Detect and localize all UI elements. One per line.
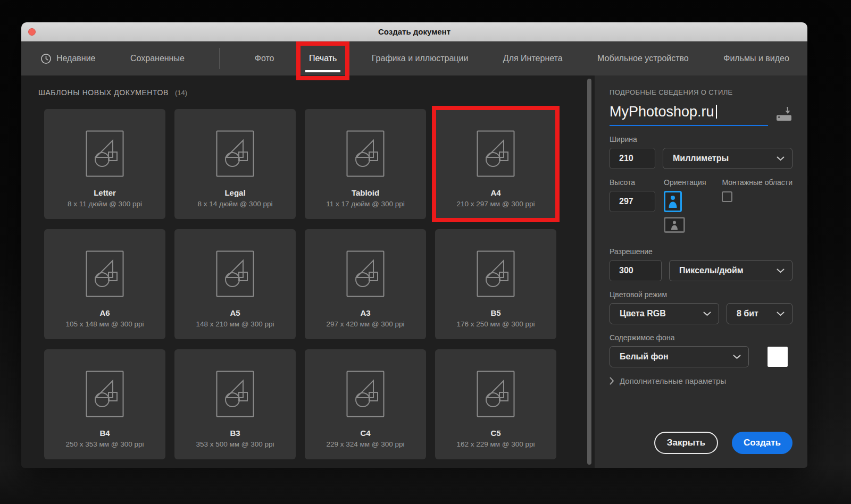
template-card-a4[interactable]: A4 210 x 297 мм @ 300 ppi bbox=[435, 109, 556, 219]
template-name: B4 bbox=[99, 429, 110, 438]
tab-label: Сохраненные bbox=[130, 54, 185, 63]
scrollbar-thumb[interactable] bbox=[587, 79, 591, 465]
height-label: Высота bbox=[610, 178, 655, 187]
template-card-c4[interactable]: C4 229 x 324 мм @ 300 ppi bbox=[305, 349, 426, 459]
template-card-a3[interactable]: A3 297 x 420 мм @ 300 ppi bbox=[305, 229, 426, 339]
chevron-down-icon bbox=[777, 312, 785, 316]
templates-header: ШАБЛОНЫ НОВЫХ ДОКУМЕНТОВ bbox=[38, 88, 169, 97]
color-mode-select[interactable]: Цвета RGB bbox=[610, 303, 719, 324]
template-size: 8 x 11 дюйм @ 300 ppi bbox=[68, 200, 142, 208]
landscape-person-icon bbox=[670, 220, 679, 230]
template-size: 176 x 250 мм @ 300 ppi bbox=[456, 320, 535, 328]
close-window-button[interactable] bbox=[28, 28, 36, 36]
image-placeholder-icon bbox=[216, 371, 254, 417]
template-card-b4[interactable]: B4 250 x 353 мм @ 300 ppi bbox=[44, 349, 165, 459]
tab-photo[interactable]: Фото bbox=[255, 41, 274, 75]
width-unit-select[interactable]: Миллиметры bbox=[663, 148, 792, 169]
template-card-b3[interactable]: B3 353 x 500 мм @ 300 ppi bbox=[174, 349, 296, 459]
template-card-letter[interactable]: Letter 8 x 11 дюйм @ 300 ppi bbox=[44, 109, 165, 219]
template-card-legal[interactable]: Legal 8 x 14 дюйм @ 300 ppi bbox=[174, 109, 296, 219]
tab-mobile[interactable]: Мобильное устройство bbox=[597, 41, 689, 75]
template-size: 105 x 148 мм @ 300 ppi bbox=[65, 320, 144, 328]
template-name: A3 bbox=[360, 308, 370, 317]
image-placeholder-icon bbox=[216, 250, 254, 297]
tab-film-video[interactable]: Фильмы и видео bbox=[723, 41, 789, 75]
template-size: 210 x 297 мм @ 300 ppi bbox=[456, 200, 535, 208]
create-button[interactable]: Создать bbox=[732, 432, 792, 454]
template-size: 148 x 210 мм @ 300 ppi bbox=[196, 320, 274, 328]
chevron-right-icon bbox=[610, 377, 614, 385]
image-placeholder-icon bbox=[477, 130, 515, 177]
template-card-a6[interactable]: A6 105 x 148 мм @ 300 ppi bbox=[44, 229, 165, 339]
artboards-checkbox[interactable] bbox=[722, 191, 732, 202]
resolution-input[interactable] bbox=[610, 260, 662, 281]
template-card-b5[interactable]: B5 176 x 250 мм @ 300 ppi bbox=[435, 229, 556, 339]
image-placeholder-icon bbox=[346, 250, 385, 297]
portrait-person-icon bbox=[668, 195, 678, 208]
advanced-options-toggle[interactable]: Дополнительные параметры bbox=[610, 376, 792, 385]
save-preset-icon[interactable] bbox=[775, 107, 792, 122]
bit-depth-select[interactable]: 8 бит bbox=[727, 303, 792, 324]
template-name: A5 bbox=[230, 308, 240, 317]
orientation-portrait-button[interactable] bbox=[664, 191, 682, 212]
width-label: Ширина bbox=[610, 135, 792, 144]
orientation-landscape-button[interactable] bbox=[664, 217, 685, 233]
template-card-a5[interactable]: A5 148 x 210 мм @ 300 ppi bbox=[174, 229, 296, 339]
template-name: Legal bbox=[224, 188, 245, 197]
tab-print[interactable]: Печать bbox=[309, 41, 337, 75]
document-name-field[interactable]: MyPhotoshop.ru bbox=[610, 104, 768, 126]
image-placeholder-icon bbox=[346, 371, 385, 417]
background-row: Белый фон bbox=[610, 346, 792, 367]
image-placeholder-icon bbox=[216, 130, 254, 177]
chevron-down-icon bbox=[733, 355, 741, 359]
chevron-down-icon bbox=[777, 156, 785, 161]
orientation-column: Ориентация bbox=[664, 169, 714, 233]
template-card-c5[interactable]: C5 162 x 229 мм @ 300 ppi bbox=[435, 349, 556, 459]
tab-web[interactable]: Для Интернета bbox=[503, 41, 563, 75]
background-value: Белый фон bbox=[620, 352, 669, 362]
color-mode-value: Цвета RGB bbox=[620, 309, 666, 318]
tab-label: Печать bbox=[309, 54, 337, 63]
advanced-options-label: Дополнительные параметры bbox=[620, 376, 726, 385]
panel-header: ПОДРОБНЫЕ СВЕДЕНИЯ О СТИЛЕ bbox=[610, 88, 792, 96]
height-input[interactable] bbox=[610, 191, 655, 212]
tab-recent[interactable]: Недавние bbox=[40, 41, 96, 75]
template-name: B3 bbox=[230, 429, 240, 438]
template-name: B5 bbox=[490, 308, 500, 317]
resolution-unit-select[interactable]: Пикселы/дюйм bbox=[669, 260, 792, 281]
template-size: 162 x 229 мм @ 300 ppi bbox=[456, 440, 535, 448]
template-size: 250 x 353 мм @ 300 ppi bbox=[65, 440, 144, 448]
close-button[interactable]: Закрыть bbox=[654, 432, 718, 454]
resolution-row: Пикселы/дюйм bbox=[610, 260, 792, 281]
color-mode-row: Цвета RGB 8 бит bbox=[610, 303, 792, 324]
tab-label: Для Интернета bbox=[503, 54, 563, 63]
dialog-content: ШАБЛОНЫ НОВЫХ ДОКУМЕНТОВ (14) Letter 8 x… bbox=[21, 75, 807, 468]
resolution-label: Разрешение bbox=[610, 247, 792, 256]
template-size: 11 x 17 дюйм @ 300 ppi bbox=[326, 200, 404, 208]
template-grid: Letter 8 x 11 дюйм @ 300 ppi Legal 8 x 1… bbox=[44, 109, 595, 459]
tab-label: Фильмы и видео bbox=[723, 54, 789, 63]
active-tab-indicator bbox=[305, 70, 340, 72]
background-select[interactable]: Белый фон bbox=[610, 346, 749, 367]
image-placeholder-icon bbox=[86, 250, 124, 297]
template-size: 297 x 420 мм @ 300 ppi bbox=[326, 320, 404, 328]
chevron-down-icon bbox=[777, 268, 785, 273]
tab-divider bbox=[219, 48, 220, 69]
color-mode-label: Цветовой режим bbox=[610, 290, 792, 299]
image-placeholder-icon bbox=[477, 250, 515, 297]
template-name: C4 bbox=[360, 429, 370, 438]
document-name-row: MyPhotoshop.ru bbox=[610, 104, 792, 126]
template-size: 229 x 324 мм @ 300 ppi bbox=[326, 440, 404, 448]
dimensions-section: Высота Ориентация Монтажные области bbox=[610, 169, 792, 233]
template-card-tabloid[interactable]: Tabloid 11 x 17 дюйм @ 300 ppi bbox=[305, 109, 426, 219]
template-name: Letter bbox=[94, 188, 116, 197]
tab-graphics[interactable]: Графика и иллюстрации bbox=[372, 41, 469, 75]
document-name-value: MyPhotoshop.ru bbox=[610, 104, 714, 120]
template-size: 353 x 500 мм @ 300 ppi bbox=[196, 440, 274, 448]
tab-saved[interactable]: Сохраненные bbox=[130, 41, 185, 75]
tab-label: Фото bbox=[255, 54, 274, 63]
width-input[interactable] bbox=[610, 148, 655, 169]
artboards-label: Монтажные области bbox=[722, 178, 792, 187]
tab-label: Графика и иллюстрации bbox=[372, 54, 469, 63]
background-color-swatch[interactable] bbox=[767, 346, 788, 367]
